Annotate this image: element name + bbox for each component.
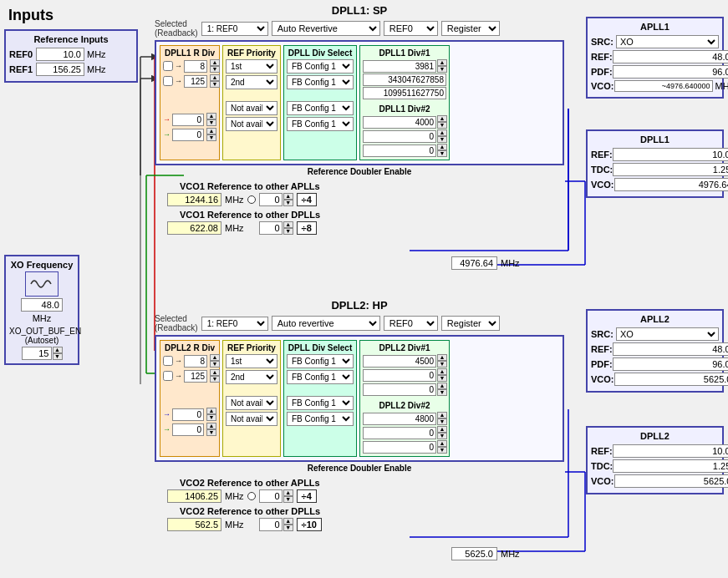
dpll2-div1-val2[interactable] — [363, 369, 436, 382]
dpll1-vco1-aplls-up[interactable]: ▲ — [283, 193, 293, 200]
xo-spin-down[interactable]: ▼ — [53, 353, 63, 360]
dpll2-info-tdc-val[interactable] — [613, 459, 728, 473]
dpll1-refpri-notavail2[interactable]: Not availa — [226, 117, 277, 131]
dpll2-info-vco-val[interactable] — [614, 474, 729, 488]
dpll1-info-ref-val[interactable] — [613, 148, 728, 161]
dpll2-div1-up1[interactable]: ▲ — [437, 354, 447, 361]
dpll1-vco1-aplls-spin[interactable] — [259, 193, 283, 206]
dpll2-div1-up2[interactable]: ▲ — [437, 368, 447, 375]
dpll2-rdiv-check1[interactable] — [163, 356, 173, 366]
dpll1-vco1-aplls-down[interactable]: ▼ — [283, 200, 293, 206]
dpll1-div2-up3[interactable]: ▲ — [437, 144, 447, 150]
dpll2-vco2-aplls-spin[interactable] — [259, 489, 283, 503]
dpll2-selected-select[interactable]: 1: REF0 — [201, 317, 268, 331]
xo-value-input[interactable] — [21, 298, 63, 312]
dpll2-div1-down3[interactable]: ▼ — [437, 389, 447, 396]
apll2-pdf-val[interactable] — [613, 357, 728, 371]
dpll1-rdiv-up-na1[interactable]: ▲ — [206, 113, 216, 119]
dpll1-div2-down2[interactable]: ▼ — [437, 136, 447, 143]
dpll2-divsel-na1[interactable]: FB Config 1 — [287, 396, 354, 410]
dpll1-div1-val3[interactable] — [363, 87, 446, 99]
dpll2-div2-up2[interactable]: ▲ — [437, 426, 447, 433]
dpll1-rdiv-check2[interactable] — [163, 76, 173, 86]
dpll2-vco2-aplls-down[interactable]: ▼ — [283, 496, 293, 503]
dpll2-info-ref-val[interactable] — [613, 444, 728, 458]
dpll2-div2-val3[interactable] — [363, 441, 436, 454]
apll2-src-select[interactable]: XO — [616, 327, 719, 341]
dpll1-rdiv-down-na2[interactable]: ▼ — [206, 134, 216, 141]
dpll2-divsel-na2[interactable]: FB Config 1 — [287, 412, 354, 426]
dpll1-div2-val1[interactable] — [363, 116, 436, 129]
dpll2-rdiv-val1[interactable] — [184, 355, 207, 368]
dpll1-rdiv-notavail2[interactable] — [172, 129, 204, 141]
ref1-input[interactable] — [36, 63, 84, 76]
apll2-vco-val[interactable] — [614, 373, 729, 386]
dpll1-rdiv-down2[interactable]: ▼ — [210, 81, 220, 88]
dpll1-div2-down3[interactable]: ▼ — [437, 150, 447, 157]
dpll1-info-vco-val[interactable] — [614, 178, 729, 191]
dpll1-selected-select[interactable]: 1: REF0 — [201, 22, 268, 36]
dpll1-rdiv-down1[interactable]: ▼ — [210, 66, 220, 73]
dpll2-div2-up1[interactable]: ▲ — [437, 412, 447, 418]
dpll2-vco2-aplls-val[interactable] — [167, 489, 221, 503]
dpll2-refpri-1st[interactable]: 1st — [226, 354, 277, 368]
dpll2-refpri-notavail1[interactable]: Not availa — [226, 396, 277, 410]
dpll1-rdiv-val1[interactable] — [184, 60, 207, 73]
dpll1-vco1-dplls-up[interactable]: ▲ — [283, 221, 293, 228]
dpll2-rdiv-down2[interactable]: ▼ — [210, 376, 220, 383]
dpll2-vco2-aplls-up[interactable]: ▲ — [283, 489, 293, 496]
dpll1-div2-up2[interactable]: ▲ — [437, 129, 447, 136]
dpll1-refpri-notavail1[interactable]: Not availa — [226, 101, 277, 115]
dpll1-div1-down1[interactable]: ▼ — [437, 66, 447, 73]
dpll2-rdiv-notavail2[interactable] — [172, 423, 204, 436]
dpll1-rdiv-up1[interactable]: ▲ — [210, 59, 220, 66]
dpll1-div1-up1[interactable]: ▲ — [437, 59, 447, 66]
dpll2-refpri-notavail2[interactable]: Not availa — [226, 412, 277, 426]
dpll2-rdiv-up1[interactable]: ▲ — [210, 354, 220, 361]
xo-spin-up[interactable]: ▲ — [53, 347, 63, 353]
dpll2-rdiv-down1[interactable]: ▼ — [210, 361, 220, 368]
dpll1-register-select[interactable]: Register — [441, 21, 500, 36]
dpll1-divsel-na2[interactable]: FB Config 1 — [287, 117, 354, 131]
dpll1-vco1-aplls-val[interactable] — [167, 193, 221, 206]
dpll2-register-select[interactable]: Register — [441, 316, 500, 331]
dpll2-div1-down1[interactable]: ▼ — [437, 361, 447, 368]
dpll1-div2-val3[interactable] — [363, 144, 436, 157]
dpll1-mode-select[interactable]: Auto Revertive — [272, 21, 380, 36]
dpll2-divsel-2[interactable]: FB Config 1 — [287, 370, 354, 384]
dpll2-vco2-dplls-val[interactable] — [167, 518, 221, 531]
dpll1-div1-val1[interactable] — [363, 60, 436, 73]
dpll2-rdiv-notavail1[interactable] — [172, 408, 204, 421]
dpll2-mode-select[interactable]: Auto revertive — [272, 316, 380, 331]
apll1-ref-val[interactable] — [613, 50, 728, 63]
dpll2-rdiv-down-na1[interactable]: ▼ — [206, 414, 216, 421]
dpll2-div2-down3[interactable]: ▼ — [437, 447, 447, 454]
dpll1-rdiv-down-na1[interactable]: ▼ — [206, 119, 216, 126]
dpll2-rdiv-val2[interactable] — [184, 370, 207, 383]
xo-stepper-input[interactable] — [22, 347, 52, 360]
dpll2-div1-val3[interactable] — [363, 383, 436, 396]
dpll1-info-tdc-val[interactable] — [613, 163, 728, 176]
dpll2-div2-up3[interactable]: ▲ — [437, 440, 447, 447]
dpll1-div2-val2[interactable] — [363, 130, 436, 143]
apll2-ref-val[interactable] — [613, 342, 728, 356]
dpll1-div2-up1[interactable]: ▲ — [437, 115, 447, 122]
dpll1-rdiv-check1[interactable] — [163, 61, 173, 71]
dpll2-rdiv-down-na2[interactable]: ▼ — [206, 429, 216, 436]
dpll2-div2-val1[interactable] — [363, 413, 436, 425]
dpll1-vco1-dplls-down[interactable]: ▼ — [283, 228, 293, 235]
dpll2-vco2-dplls-spin[interactable] — [259, 518, 283, 531]
dpll2-div2-val2[interactable] — [363, 427, 436, 439]
dpll1-refpri-1st[interactable]: 1st — [226, 59, 277, 74]
dpll2-rdiv-check2[interactable] — [163, 371, 173, 381]
ref0-input[interactable] — [36, 48, 84, 61]
dpll1-refpri-2nd[interactable]: 2nd — [226, 75, 277, 89]
dpll2-rdiv-up-na1[interactable]: ▲ — [206, 408, 216, 414]
dpll2-rdiv-up-na2[interactable]: ▲ — [206, 423, 216, 429]
dpll1-divsel-2[interactable]: FB Config 1 — [287, 75, 354, 89]
dpll2-div1-up3[interactable]: ▲ — [437, 383, 447, 389]
dpll1-ref-select[interactable]: REF0 — [384, 21, 438, 36]
dpll1-divsel-1[interactable]: FB Config 1 — [287, 59, 354, 74]
dpll1-div2-down1[interactable]: ▼ — [437, 122, 447, 129]
dpll1-rdiv-notavail1[interactable] — [172, 114, 204, 126]
